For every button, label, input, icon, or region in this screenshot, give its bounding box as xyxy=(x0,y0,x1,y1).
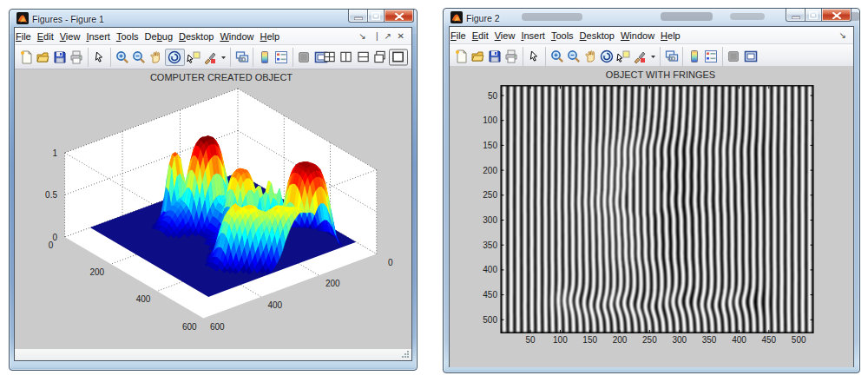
svg-text:200: 200 xyxy=(483,166,497,175)
svg-text:0: 0 xyxy=(49,240,54,250)
svg-text:COMPUTER CREATED OBJECT: COMPUTER CREATED OBJECT xyxy=(150,72,293,82)
svg-text:400: 400 xyxy=(136,294,151,304)
svg-text:200: 200 xyxy=(326,279,340,288)
svg-text:0: 0 xyxy=(52,233,57,242)
svg-text:450: 450 xyxy=(483,290,497,300)
svg-text:150: 150 xyxy=(582,335,597,345)
svg-text:0.5: 0.5 xyxy=(45,190,57,200)
svg-text:400: 400 xyxy=(267,300,282,310)
svg-text:350: 350 xyxy=(702,335,717,345)
svg-text:50: 50 xyxy=(525,335,536,345)
svg-text:100: 100 xyxy=(553,335,568,345)
svg-text:150: 150 xyxy=(483,141,497,150)
svg-text:400: 400 xyxy=(732,335,746,345)
svg-text:200: 200 xyxy=(613,335,628,345)
svg-text:0: 0 xyxy=(388,258,393,267)
svg-text:500: 500 xyxy=(792,335,806,345)
svg-text:50: 50 xyxy=(488,91,498,101)
svg-text:600: 600 xyxy=(182,322,197,332)
svg-text:500: 500 xyxy=(483,315,497,325)
svg-text:250: 250 xyxy=(642,335,657,345)
svg-text:300: 300 xyxy=(483,215,497,225)
svg-text:250: 250 xyxy=(483,190,497,200)
svg-text:450: 450 xyxy=(761,335,776,345)
svg-text:400: 400 xyxy=(483,265,497,274)
svg-text:OBJECT WITH FRINGES: OBJECT WITH FRINGES xyxy=(606,69,715,80)
svg-text:200: 200 xyxy=(89,267,104,277)
svg-text:1: 1 xyxy=(52,148,57,158)
svg-text:300: 300 xyxy=(672,335,687,345)
svg-text:600: 600 xyxy=(210,322,225,332)
svg-text:350: 350 xyxy=(483,240,497,250)
svg-text:100: 100 xyxy=(483,115,497,125)
